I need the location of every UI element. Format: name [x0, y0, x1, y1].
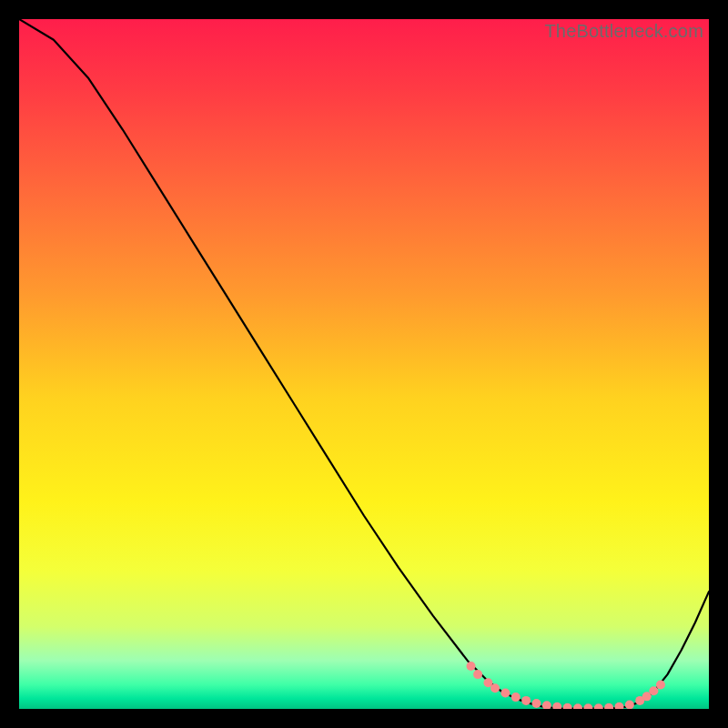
curve-marker — [466, 662, 475, 671]
watermark-text: TheBottleneck.com — [544, 21, 703, 42]
chart-svg — [19, 19, 709, 709]
curve-marker — [473, 670, 482, 679]
curve-marker — [532, 699, 541, 708]
curve-marker — [649, 686, 658, 695]
curve-marker — [625, 700, 634, 709]
curve-marker — [656, 680, 665, 689]
curve-marker — [511, 693, 521, 702]
chart-frame: TheBottleneck.com — [19, 19, 709, 709]
chart-background — [19, 19, 709, 709]
curve-marker — [500, 689, 510, 698]
curve-marker — [521, 696, 531, 705]
curve-marker — [490, 683, 500, 693]
